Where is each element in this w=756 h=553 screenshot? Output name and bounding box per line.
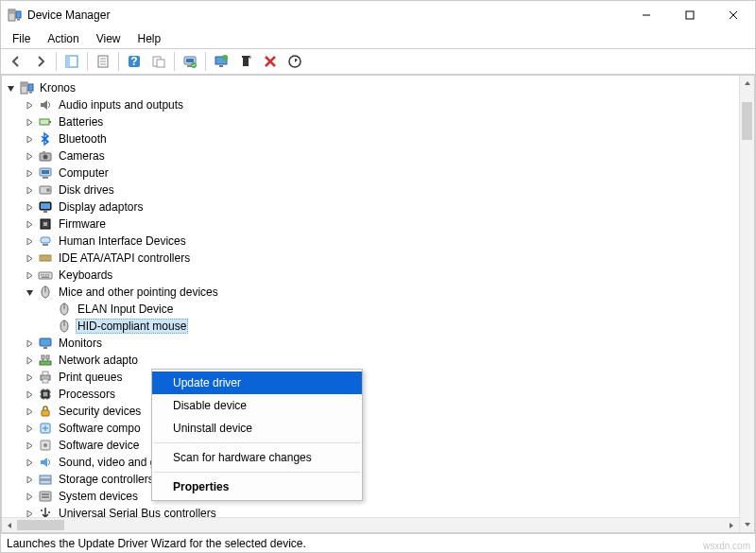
expand-icon[interactable] — [23, 456, 36, 469]
scan-hardware-button[interactable] — [179, 50, 201, 73]
device-tree-pane: KronosAudio inputs and outputsBatteriesB… — [1, 75, 755, 533]
expand-icon[interactable] — [23, 388, 36, 401]
tree-item-label: Firmware — [57, 217, 108, 231]
camera-icon — [38, 148, 53, 164]
device-category[interactable]: Software device — [23, 437, 752, 454]
forward-button[interactable] — [29, 50, 52, 73]
sound-icon — [38, 455, 53, 470]
device-category[interactable]: Bluetooth — [23, 130, 752, 147]
menu-view[interactable]: View — [89, 30, 129, 47]
keyboard-icon — [38, 268, 53, 283]
device-category[interactable]: Batteries — [23, 113, 752, 130]
menu-file[interactable]: File — [5, 30, 38, 47]
device-category[interactable]: Human Interface Devices — [23, 233, 752, 250]
expand-icon[interactable] — [23, 473, 36, 486]
device-category[interactable]: Display adaptors — [23, 199, 752, 216]
expand-icon[interactable] — [23, 337, 36, 350]
device-category[interactable]: Firmware — [23, 216, 752, 233]
tree-item-label: Kronos — [38, 81, 77, 95]
show-hide-console-tree-button[interactable] — [60, 50, 83, 73]
menu-bar: File Action View Help — [1, 29, 755, 48]
scroll-right-button[interactable] — [724, 518, 739, 533]
scroll-down-button[interactable] — [740, 517, 755, 532]
device-category[interactable]: Print queues — [23, 369, 752, 386]
back-button[interactable] — [5, 50, 27, 73]
expand-icon[interactable] — [23, 251, 36, 265]
device-category[interactable]: Cameras — [23, 147, 752, 164]
expand-icon[interactable] — [23, 149, 36, 163]
device-category[interactable]: Keyboards — [23, 267, 752, 284]
disable-button[interactable] — [259, 50, 282, 73]
tree-item-label: Disk drives — [57, 183, 116, 197]
scroll-thumb[interactable] — [742, 102, 752, 140]
scroll-left-button[interactable] — [2, 518, 17, 533]
watermark: wsxdn.com — [703, 541, 750, 551]
device-category[interactable]: Network adapto — [23, 352, 752, 369]
ctx-scan-hardware[interactable]: Scan for hardware changes — [152, 446, 362, 469]
device-category[interactable]: Storage controllers — [23, 471, 752, 488]
menu-action[interactable]: Action — [40, 30, 86, 47]
tree-item-label: Audio inputs and outputs — [57, 98, 185, 112]
device-category[interactable]: Security devices — [23, 403, 752, 420]
device-category[interactable]: System devices — [23, 488, 752, 505]
expand-icon[interactable] — [23, 234, 36, 248]
maximize-button[interactable] — [668, 1, 712, 29]
tree-item-label: System devices — [57, 490, 140, 503]
ctx-disable-device[interactable]: Disable device — [152, 394, 362, 417]
swcomp-icon — [38, 421, 53, 436]
expand-icon[interactable] — [23, 354, 36, 367]
expand-icon[interactable] — [23, 132, 36, 146]
device-category[interactable]: Software compo — [23, 420, 752, 437]
expand-icon[interactable] — [23, 166, 36, 180]
tree-item-label: IDE ATA/ATAPI controllers — [57, 251, 192, 265]
expand-icon[interactable] — [23, 371, 36, 384]
tree-item-label: Security devices — [57, 405, 143, 418]
properties-button[interactable] — [92, 50, 114, 73]
vertical-scrollbar[interactable] — [739, 76, 754, 532]
horizontal-scrollbar[interactable] — [2, 517, 739, 532]
svg-text:?: ? — [130, 55, 137, 68]
expand-icon[interactable] — [23, 268, 36, 282]
expand-icon[interactable] — [23, 98, 36, 112]
device-category[interactable]: Mice and other pointing devices — [23, 284, 752, 301]
expand-icon[interactable] — [23, 183, 36, 197]
ctx-update-driver[interactable]: Update driver — [152, 372, 362, 394]
menu-help[interactable]: Help — [130, 30, 169, 47]
device-category[interactable]: Sound, video and game controllers — [23, 454, 752, 471]
device-category[interactable]: IDE ATA/ATAPI controllers — [23, 250, 752, 267]
expand-icon[interactable] — [23, 115, 36, 129]
device-category[interactable]: Computer — [23, 164, 752, 181]
expand-icon[interactable] — [23, 439, 36, 452]
device-item[interactable]: HID-compliant mouse — [42, 318, 752, 335]
uninstall-button[interactable] — [234, 50, 257, 73]
collapse-icon[interactable] — [4, 81, 17, 95]
update-driver-button[interactable] — [210, 50, 232, 73]
tree-item-label: Software compo — [57, 422, 143, 435]
tree-item-label: Print queues — [57, 371, 124, 384]
expand-icon[interactable] — [23, 405, 36, 418]
root-device[interactable]: Kronos — [4, 79, 752, 96]
tree-item-label: Monitors — [57, 337, 104, 350]
ctx-properties[interactable]: Properties — [152, 475, 362, 498]
scroll-thumb[interactable] — [17, 520, 64, 530]
audio-icon — [38, 97, 53, 112]
minimize-button[interactable] — [625, 1, 668, 29]
help-button[interactable]: ? — [123, 50, 146, 73]
tree-item-label: Batteries — [57, 115, 105, 129]
expand-icon[interactable] — [23, 200, 36, 214]
device-category[interactable]: Processors — [23, 386, 752, 403]
device-category[interactable]: Disk drives — [23, 181, 752, 199]
tree-item-label: Mice and other pointing devices — [57, 285, 220, 299]
expand-icon[interactable] — [23, 490, 36, 503]
scroll-up-button[interactable] — [740, 76, 755, 91]
expand-icon[interactable] — [23, 422, 36, 435]
ctx-uninstall-device[interactable]: Uninstall device — [152, 417, 362, 440]
device-category[interactable]: Monitors — [23, 335, 752, 352]
add-legacy-hardware-button[interactable] — [284, 50, 306, 73]
device-item[interactable]: ELAN Input Device — [42, 301, 752, 318]
show-hidden-devices-button[interactable] — [147, 50, 170, 73]
collapse-icon[interactable] — [23, 285, 36, 299]
close-button[interactable] — [712, 1, 755, 29]
device-category[interactable]: Audio inputs and outputs — [23, 96, 752, 113]
expand-icon[interactable] — [23, 217, 36, 231]
